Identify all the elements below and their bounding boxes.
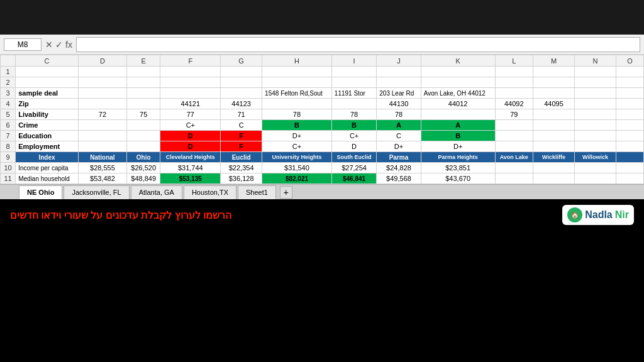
cell-f6[interactable]: C+ [160,120,221,131]
cell-n6[interactable] [574,120,616,131]
cell-h3[interactable]: 1548 Felton Rd,Sout [262,88,332,99]
cell-n4[interactable] [574,99,616,109]
cell-j7[interactable]: C [377,131,421,141]
cell-n11[interactable] [574,173,616,184]
cell-g9[interactable]: Euclid [221,152,262,163]
cell-n2[interactable] [574,77,616,88]
cell-e8[interactable] [126,141,160,152]
cell-k10[interactable]: $23,851 [421,163,495,173]
cell-reference[interactable]: M8 [4,38,42,51]
tab-houston[interactable]: Houston,TX [184,185,236,199]
cell-e7[interactable] [126,131,160,141]
cell-d11[interactable]: $53,482 [78,173,126,184]
cell-f4[interactable]: 44121 [160,99,221,109]
cell-k5[interactable] [421,109,495,120]
tab-sheet1[interactable]: Sheet1 [238,185,276,199]
cell-f11[interactable]: $53,135 [160,173,221,184]
cell-o7[interactable] [616,131,643,141]
cell-e4[interactable] [126,99,160,109]
cell-i7[interactable]: C+ [331,131,376,141]
cell-m9[interactable]: Wickliffe [533,152,575,163]
cell-e10[interactable]: $26,520 [126,163,160,173]
cell-o6[interactable] [616,120,643,131]
cell-g10[interactable]: $22,354 [221,163,262,173]
cell-i10[interactable]: $27,254 [331,163,376,173]
cell-k9[interactable]: Parma Heights [421,152,495,163]
tab-atlanta[interactable]: Atlanta, GA [131,185,182,199]
col-header-c[interactable]: C [16,55,79,67]
cell-o10[interactable] [616,163,643,173]
cell-e3[interactable] [126,88,160,99]
col-header-h[interactable]: H [262,55,332,67]
cell-h8[interactable]: C+ [262,141,332,152]
cell-g2[interactable] [221,77,262,88]
cell-c8[interactable]: Employment [16,141,79,152]
cell-n7[interactable] [574,131,616,141]
col-header-n[interactable]: N [574,55,616,67]
cell-d3[interactable] [78,88,126,99]
cell-i1[interactable] [331,67,376,77]
cell-k8[interactable]: D+ [421,141,495,152]
cell-d4[interactable] [78,99,126,109]
col-header-l[interactable]: L [495,55,533,67]
cell-n8[interactable] [574,141,616,152]
cell-m4[interactable]: 44095 [533,99,575,109]
cell-k7[interactable]: B [421,131,495,141]
cell-f3[interactable] [160,88,221,99]
col-header-e[interactable]: E [126,55,160,67]
cell-e11[interactable]: $48,849 [126,173,160,184]
cell-h5[interactable]: 78 [262,109,332,120]
cell-l4[interactable]: 44092 [495,99,533,109]
cell-i5[interactable]: 78 [331,109,376,120]
cell-h2[interactable] [262,77,332,88]
tab-jacksonville[interactable]: Jacksonville, FL [64,185,129,199]
cell-c7[interactable]: Education [16,131,79,141]
cell-j3[interactable]: 203 Lear Rd [377,88,421,99]
cell-d8[interactable] [78,141,126,152]
cell-h4[interactable] [262,99,332,109]
cell-c1[interactable] [16,67,79,77]
cell-g4[interactable]: 44123 [221,99,262,109]
cell-h11[interactable]: $82,021 [262,173,332,184]
cell-l9[interactable]: Avon Lake [495,152,533,163]
cell-l5[interactable]: 79 [495,109,533,120]
cell-n9[interactable]: Willowick [574,152,616,163]
cell-c9[interactable]: Index [16,152,79,163]
col-header-m[interactable]: M [533,55,575,67]
cell-d2[interactable] [78,77,126,88]
cell-l2[interactable] [495,77,533,88]
cell-c11[interactable]: Median household [16,173,79,184]
cell-f1[interactable] [160,67,221,77]
cell-f8[interactable]: D [160,141,221,152]
cell-d5[interactable]: 72 [78,109,126,120]
cell-o1[interactable] [616,67,643,77]
cell-h1[interactable] [262,67,332,77]
cell-f7[interactable]: D [160,131,221,141]
cell-k6[interactable]: A [421,120,495,131]
cell-l1[interactable] [495,67,533,77]
cell-m2[interactable] [533,77,575,88]
cell-j6[interactable]: A [377,120,421,131]
cell-l3[interactable] [495,88,533,99]
cell-j10[interactable]: $24,828 [377,163,421,173]
confirm-icon[interactable]: ✓ [55,40,63,50]
cell-k3[interactable]: Avon Lake, OH 44012 [421,88,495,99]
cell-i11[interactable]: $46,841 [331,173,376,184]
cell-i9[interactable]: South Euclid [331,152,376,163]
cell-l11[interactable] [495,173,533,184]
cell-n10[interactable] [574,163,616,173]
cell-i4[interactable] [331,99,376,109]
cell-c10[interactable]: Income per capita [16,163,79,173]
cell-k4[interactable]: 44012 [421,99,495,109]
cell-c2[interactable] [16,77,79,88]
cell-h9[interactable]: University Heights [262,152,332,163]
cell-g7[interactable]: F [221,131,262,141]
cell-i2[interactable] [331,77,376,88]
cell-c4[interactable]: Zip [16,99,79,109]
cell-o4[interactable] [616,99,643,109]
cell-g1[interactable] [221,67,262,77]
cell-j2[interactable] [377,77,421,88]
col-header-f[interactable]: F [160,55,221,67]
cell-o9[interactable] [616,152,643,163]
cell-j11[interactable]: $49,568 [377,173,421,184]
